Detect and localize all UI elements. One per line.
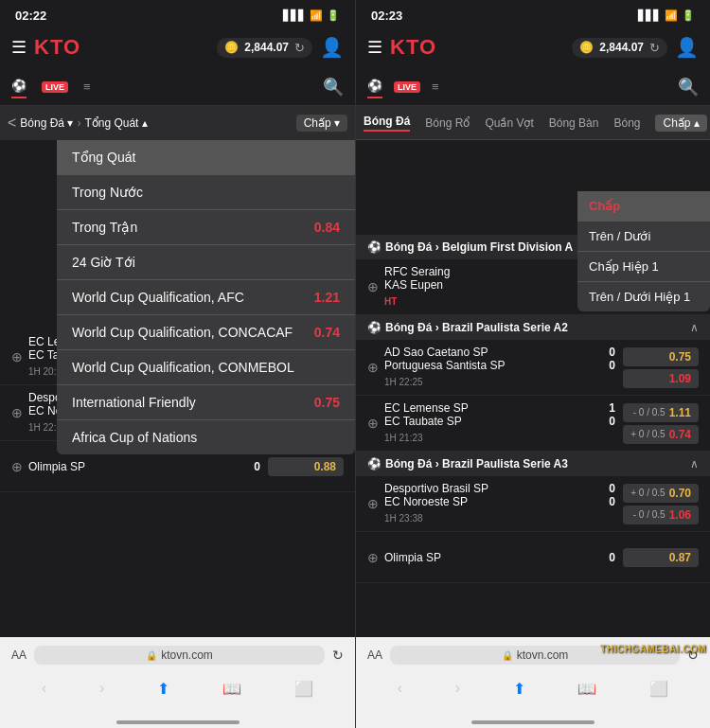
sport-tab-live[interactable]: LIVE bbox=[42, 78, 68, 97]
collapse-a2[interactable]: ∧ bbox=[690, 321, 699, 334]
dropdown-item-trongnuoc[interactable]: Trong Nước bbox=[57, 175, 355, 210]
section-brazil-a3: ⚽ Bóng Đá › Brazil Paulista Serie A3 ∧ bbox=[356, 452, 710, 476]
hamburger-right[interactable]: ☰ bbox=[367, 37, 382, 58]
league-nav-quanvot[interactable]: Quần Vợt bbox=[485, 116, 533, 130]
dropdown-menu-left: Tổng Quát Trong Nước Trong Trận 0.84 24 … bbox=[57, 140, 355, 454]
league-nav-bongro[interactable]: Bóng Rổ bbox=[425, 116, 470, 130]
dropdown-item-intfriendly[interactable]: International Friendly 0.75 bbox=[57, 385, 355, 420]
search-button-left[interactable]: 🔍 bbox=[323, 77, 344, 98]
team1-olimpia: Olimpia SP bbox=[28, 460, 85, 473]
refresh-icon-right[interactable]: ↻ bbox=[649, 41, 660, 55]
odd-r5[interactable]: + 0 / 0.5 0.70 bbox=[623, 484, 699, 503]
dropdown-item-wcconmebol[interactable]: World Cup Qualification, CONMEBOL bbox=[57, 350, 355, 385]
signal-icon: ▋▋▋ bbox=[283, 9, 306, 22]
odd-r7[interactable]: 0.87 bbox=[623, 548, 699, 567]
nav-book-right[interactable]: 📖 bbox=[577, 680, 596, 698]
logo-left: KTO bbox=[34, 35, 80, 60]
refresh-icon-left[interactable]: ↻ bbox=[294, 41, 305, 55]
nav-back-right[interactable]: ‹ bbox=[398, 680, 402, 697]
user-icon-right[interactable]: 👤 bbox=[675, 36, 699, 59]
home-bar-left bbox=[116, 720, 240, 724]
team-eupen: KAS Eupen bbox=[384, 278, 443, 292]
sport-tab-list[interactable]: ≡ bbox=[83, 76, 91, 98]
app-header-left: ☰ KTO 🪙 2,844.07 ↻ 👤 bbox=[0, 27, 355, 68]
wallet-icon-right: 🪙 bbox=[579, 41, 594, 54]
odd-r4[interactable]: + 0 / 0.5 0.74 bbox=[623, 425, 699, 444]
dropdown-item-24gio[interactable]: 24 Giờ Tới bbox=[57, 245, 355, 280]
breadcrumb-bongda[interactable]: Bóng Đá ▾ bbox=[20, 116, 73, 130]
breadcrumb-back-left[interactable]: < bbox=[8, 115, 16, 132]
wallet-icon-left: 🪙 bbox=[224, 41, 239, 54]
live-badge: LIVE bbox=[42, 81, 68, 93]
odd-r1[interactable]: 0.75 bbox=[623, 347, 699, 366]
nav-book-left[interactable]: 📖 bbox=[222, 680, 241, 698]
sport-tabs-left: ⚽ LIVE ≡ 🔍 bbox=[0, 68, 355, 106]
nav-forward-right[interactable]: › bbox=[455, 680, 460, 697]
chap-option-hiep1[interactable]: Chấp Hiệp 1 bbox=[577, 252, 710, 282]
team-saocaetano: AD Sao Caetano SP bbox=[384, 346, 488, 359]
dropdown-item-wcconcacaf[interactable]: World Cup Qualification, CONCACAF 0.74 bbox=[57, 315, 355, 350]
team-taubate-r: EC Taubate SP bbox=[384, 415, 462, 428]
status-bar-right: 02:23 ▋▋▋ 📶 🔋 bbox=[356, 0, 710, 27]
chap-dropdown-left[interactable]: Chấp ▾ bbox=[296, 115, 347, 132]
hamburger-left[interactable]: ☰ bbox=[11, 37, 27, 58]
nav-share-left[interactable]: ⬆ bbox=[157, 680, 169, 698]
user-icon-left[interactable]: 👤 bbox=[320, 36, 344, 59]
wallet-amount-right: 2,844.07 bbox=[599, 41, 644, 54]
match-saocaetano: ⊕ AD Sao Caetano SP 0 Portuguesa Santist… bbox=[356, 340, 710, 396]
chap-option-chap[interactable]: Chấp bbox=[577, 191, 710, 222]
wallet-area-left[interactable]: 🪙 2,844.07 ↻ bbox=[217, 38, 312, 58]
chap-option-tren-duoi[interactable]: Trên / Dưới bbox=[577, 222, 710, 252]
nav-share-right[interactable]: ⬆ bbox=[513, 680, 525, 698]
dropdown-item-trongTran[interactable]: Trong Trận 0.84 bbox=[57, 210, 355, 245]
sport-tab-soccer[interactable]: ⚽ bbox=[11, 75, 27, 98]
reload-left[interactable]: ↻ bbox=[332, 648, 344, 663]
team-seraing: RFC Seraing bbox=[384, 265, 450, 278]
collapse-a3[interactable]: ∧ bbox=[690, 457, 699, 471]
browser-aa-left[interactable]: AA bbox=[11, 648, 27, 662]
breadcrumb-tongquat[interactable]: Tổng Quát ▴ bbox=[84, 116, 147, 130]
odd-btn-5[interactable]: 0.88 bbox=[268, 457, 344, 476]
wallet-amount-left: 2,844.07 bbox=[244, 41, 289, 54]
match-olimpia-r: ⊕ Olimpia SP 0 0.87 bbox=[356, 532, 710, 583]
ht-label: HT bbox=[384, 296, 397, 307]
sport-tab-list-right[interactable]: ≡ bbox=[432, 76, 439, 98]
right-panel: 02:23 ▋▋▋ 📶 🔋 ☰ KTO 🪙 2,844.07 ↻ 👤 ⚽ LIV… bbox=[355, 0, 710, 728]
browser-aa-right[interactable]: AA bbox=[367, 648, 382, 662]
section-brazil-a2: ⚽ Bóng Đá › Brazil Paulista Serie A2 ∧ bbox=[356, 315, 710, 340]
odd-r6[interactable]: - 0 / 0.5 1.06 bbox=[623, 506, 699, 524]
browser-url-left[interactable]: 🔒 ktovn.com bbox=[34, 646, 325, 665]
team-lemense-r: EC Lemense SP bbox=[384, 401, 469, 415]
browser-bar-left: AA 🔒 ktovn.com ↻ bbox=[0, 637, 355, 673]
breadcrumb-left: < Bóng Đá ▾ › Tổng Quát ▴ Chấp ▾ bbox=[0, 106, 355, 140]
app-header-right: ☰ KTO 🪙 2,844.07 ↻ 👤 bbox=[356, 27, 710, 68]
sport-tab-bongda[interactable]: ⚽ bbox=[367, 75, 382, 98]
search-button-right[interactable]: 🔍 bbox=[678, 77, 699, 98]
league-nav-bong[interactable]: Bóng bbox=[613, 116, 640, 130]
odd-r3[interactable]: - 0 / 0.5 1.11 bbox=[623, 403, 699, 422]
browser-nav-left: ‹ › ⬆ 📖 ⬜ bbox=[0, 673, 355, 707]
signal-icon-right: ▋▋▋ bbox=[638, 9, 661, 22]
logo-right: KTO bbox=[390, 35, 436, 60]
league-nav-bongban[interactable]: Bóng Bàn bbox=[549, 116, 599, 130]
sport-tab-live-right[interactable]: LIVE bbox=[394, 78, 420, 97]
chap-option-tren-duoi-hiep1[interactable]: Trên / Dưới Hiệp 1 bbox=[577, 282, 710, 311]
wallet-area-right[interactable]: 🪙 2,844.07 ↻ bbox=[572, 38, 667, 58]
status-icons-left: ▋▋▋ 📶 🔋 bbox=[283, 9, 340, 22]
nav-tabs-left[interactable]: ⬜ bbox=[294, 680, 313, 698]
league-nav-bongda[interactable]: Bóng Đá bbox=[364, 115, 410, 132]
nav-forward-left[interactable]: › bbox=[99, 680, 104, 697]
nav-back-left[interactable]: ‹ bbox=[42, 680, 46, 697]
dropdown-item-tongquat[interactable]: Tổng Quát bbox=[57, 140, 355, 175]
dropdown-item-africa[interactable]: Africa Cup of Nations bbox=[57, 420, 355, 454]
odd-r2[interactable]: 1.09 bbox=[623, 369, 699, 388]
watermark: THICHGAMEBAI.COM bbox=[600, 644, 706, 654]
nav-tabs-right[interactable]: ⬜ bbox=[649, 680, 668, 698]
chap-btn-right[interactable]: Chấp ▴ bbox=[655, 115, 706, 132]
live-badge-right: LIVE bbox=[394, 81, 420, 93]
team-desportivo-r: Desportivo Brasil SP bbox=[384, 482, 488, 495]
home-indicator-right bbox=[356, 707, 710, 728]
team-noroeste-r: EC Noroeste SP bbox=[384, 495, 468, 508]
dropdown-item-wcafc[interactable]: World Cup Qualification, AFC 1.21 bbox=[57, 280, 355, 315]
match-lemense-r: ⊕ EC Lemense SP 1 EC Taubate SP 0 1H 21:… bbox=[356, 396, 710, 452]
